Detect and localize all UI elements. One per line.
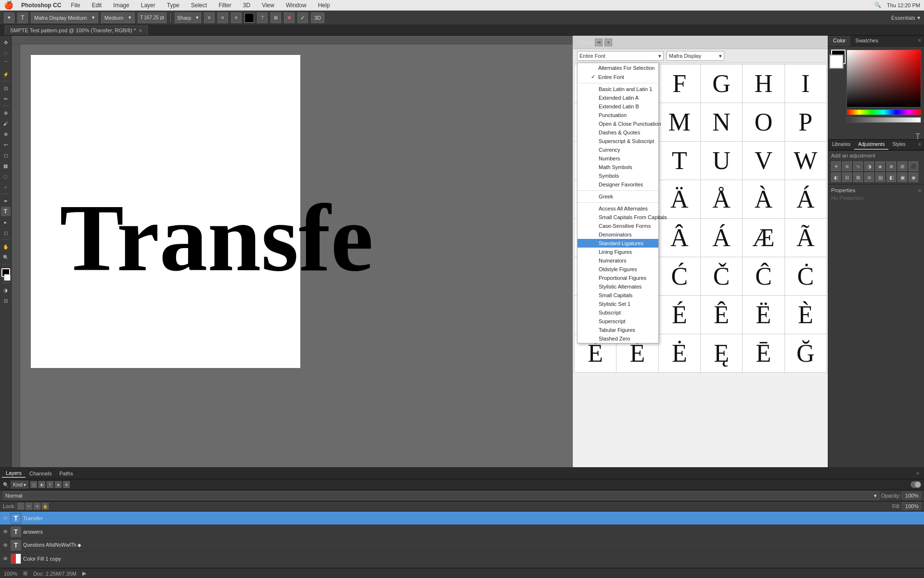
glyph-cell[interactable]: Á (700, 219, 742, 257)
dm-item-extended-b[interactable]: Extended Latin B (578, 102, 658, 111)
dm-item-dashes[interactable]: Dashes & Quotes (578, 128, 658, 137)
color-panel-menu[interactable]: ≡ (915, 36, 924, 46)
screen-mode-toggle[interactable]: ⊡ (1, 296, 11, 305)
dm-item-small-caps[interactable]: Small Capitals (578, 291, 658, 300)
hue-saturation-icon[interactable]: ⊕ (886, 161, 896, 171)
glyph-cell[interactable]: È (784, 296, 826, 334)
glyph-cell[interactable]: Æ (743, 219, 784, 257)
font-style-selector[interactable]: Medium ▾ (101, 13, 135, 23)
lock-position-icon[interactable]: ✜ (34, 503, 40, 510)
glyph-cell[interactable]: Ę (700, 334, 742, 373)
glyph-cell[interactable]: G (700, 65, 742, 103)
vibrance-icon[interactable]: ◈ (875, 161, 885, 171)
menu-window[interactable]: Window (284, 2, 308, 9)
channel-mixer-icon[interactable]: ⊟ (842, 172, 852, 182)
eye-visibility-answers[interactable]: 👁 (2, 529, 9, 535)
eyedropper-tool[interactable]: ✏ (1, 94, 11, 104)
background-color[interactable] (4, 274, 11, 281)
dm-item-basic-latin[interactable]: Basic Latin and Latin 1 (578, 85, 658, 93)
dm-item-alternates[interactable]: ✓Alternates For Selection (578, 63, 658, 72)
brightness-contrast-icon[interactable]: ☀ (831, 161, 841, 171)
healing-brush-tool[interactable]: ⊕ (1, 108, 11, 118)
font-size-field[interactable]: T 167.25 pt (138, 13, 167, 23)
libraries-tab[interactable]: Libraries (828, 140, 854, 150)
font-name-selector[interactable]: Mafra Display Medium ▾ (31, 13, 98, 23)
path-selection-tool[interactable]: ▸ (1, 217, 11, 227)
color-lookup-icon[interactable]: ⊠ (853, 172, 863, 182)
hand-tool[interactable]: ✋ (1, 242, 11, 251)
t-tool-icon[interactable]: T (826, 132, 922, 141)
brush-tool[interactable]: 🖌 (1, 118, 11, 128)
gradient-tool[interactable]: ▦ (1, 161, 11, 171)
glyph-cell[interactable]: Ä (658, 180, 700, 219)
menu-select[interactable]: Select (189, 2, 209, 9)
dm-item-extended-a[interactable]: Extended Latin A (578, 93, 658, 102)
history-brush-tool[interactable]: ↩ (1, 140, 11, 149)
glyph-category-dropdown[interactable]: Entire Font ▾ (577, 51, 664, 61)
dm-item-small-caps-from[interactable]: Small Capitals From Capitals (578, 213, 658, 222)
filter-toggle[interactable] (911, 481, 921, 488)
filter-text-icon[interactable]: T (47, 481, 53, 488)
blur-tool[interactable]: ◌ (1, 171, 11, 181)
threshold-icon[interactable]: ◧ (886, 172, 896, 182)
selection-tool[interactable]: ⬚ (1, 48, 11, 58)
styles-tab[interactable]: Styles (888, 140, 909, 150)
dm-item-access-all[interactable]: Access All Alternates (578, 204, 658, 213)
glyphs-expand-button[interactable]: ≪ (595, 39, 603, 46)
dm-item-punctuation[interactable]: Punctuation (578, 111, 658, 119)
dm-item-proportional[interactable]: Proportional Figures (578, 274, 658, 282)
glyph-cell[interactable]: W (784, 142, 826, 180)
dm-item-currency[interactable]: Currency (578, 145, 658, 154)
menu-help[interactable]: Help (316, 2, 332, 9)
glyph-cell[interactable]: U (700, 142, 742, 180)
zoom-tool[interactable]: 🔍 (1, 252, 11, 262)
glyph-cell[interactable]: Ê (700, 296, 742, 334)
dm-item-standard-lig[interactable]: Standard Ligatures (578, 239, 658, 248)
dm-item-stylistic-set1[interactable]: Stylistic Set 1 (578, 300, 658, 308)
adj-panel-menu[interactable]: ≡ (915, 140, 924, 150)
align-left-button[interactable]: ≡ (204, 13, 215, 23)
glyph-cell[interactable]: Ĉ (743, 257, 784, 296)
menu-edit[interactable]: Edit (90, 2, 104, 9)
channels-tab[interactable]: Channels (26, 470, 55, 477)
glyph-cell[interactable]: N (700, 103, 742, 142)
glyph-cell[interactable]: Ë (743, 296, 784, 334)
lock-transparent-icon[interactable]: ⬚ (17, 503, 24, 510)
apple-menu[interactable]: 🍎 (4, 0, 13, 10)
menu-image[interactable]: Image (111, 2, 131, 9)
playback-button[interactable]: ▶ (82, 570, 86, 577)
properties-menu[interactable]: ≡ (918, 188, 921, 193)
filter-adj-icon[interactable]: ◐ (38, 481, 45, 488)
layer-item-questions[interactable]: 👁 T Questions ANdNoWwITh ◆ (0, 539, 924, 552)
move-tool[interactable]: ✜ (1, 38, 11, 47)
commit-edit-button[interactable]: ✓ (297, 13, 308, 23)
dm-item-stylistic-alt[interactable]: Stylistic Alternates (578, 282, 658, 291)
photo-filter-icon[interactable]: ◐ (831, 172, 841, 182)
eye-visibility-colorfill[interactable]: 👁 (2, 556, 9, 562)
glyph-cell[interactable]: À (743, 180, 784, 219)
glyphs-menu-button[interactable]: ≡ (604, 39, 612, 46)
gradient-map-icon[interactable]: ▣ (898, 172, 907, 182)
glyph-cell[interactable]: I (784, 65, 826, 103)
align-center-button[interactable]: ≡ (218, 13, 228, 23)
text-tool[interactable]: T (1, 207, 11, 216)
color-tab[interactable]: Color (828, 36, 850, 46)
clone-stamp-tool[interactable]: ⊗ (1, 129, 11, 139)
dm-item-numbers[interactable]: Numbers (578, 154, 658, 163)
glyph-cell[interactable]: T (658, 142, 700, 180)
fill-value[interactable]: 100% (902, 502, 921, 510)
dm-item-symbols[interactable]: Symbols (578, 171, 658, 180)
text-color-swatch[interactable] (244, 13, 254, 23)
glyph-cell[interactable]: Ć (658, 257, 700, 296)
cancel-edit-button[interactable]: ✕ (284, 13, 295, 23)
menu-file[interactable]: File (69, 2, 82, 9)
3d-button[interactable]: 3D (311, 13, 324, 23)
glyph-cell[interactable]: Ğ (784, 334, 826, 373)
warp-text-button[interactable]: ⊤ (257, 13, 268, 23)
paths-tab[interactable]: Paths (56, 470, 77, 477)
dm-item-greek[interactable]: Greek (578, 192, 658, 201)
lock-pixels-icon[interactable]: ✏ (26, 503, 32, 510)
close-tab-icon[interactable]: ✕ (139, 28, 142, 33)
glyph-cell[interactable]: O (743, 103, 784, 142)
layer-item-transfer[interactable]: 👁 T Transfer (0, 512, 924, 525)
